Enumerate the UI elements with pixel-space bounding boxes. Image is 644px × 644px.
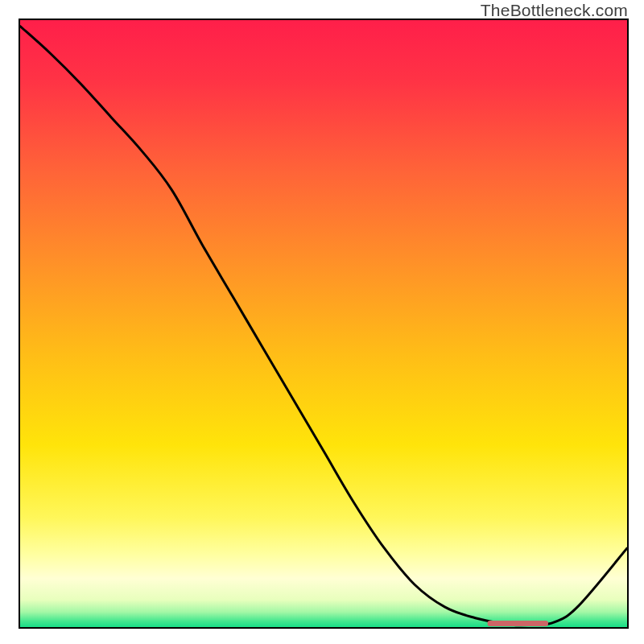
attribution-label: TheBottleneck.com xyxy=(481,1,628,20)
plot-area xyxy=(19,19,629,629)
bottleneck-chart: TheBottleneck.com xyxy=(0,0,644,644)
bottleneck-curve xyxy=(20,20,627,627)
optimal-band-marker xyxy=(488,621,548,626)
